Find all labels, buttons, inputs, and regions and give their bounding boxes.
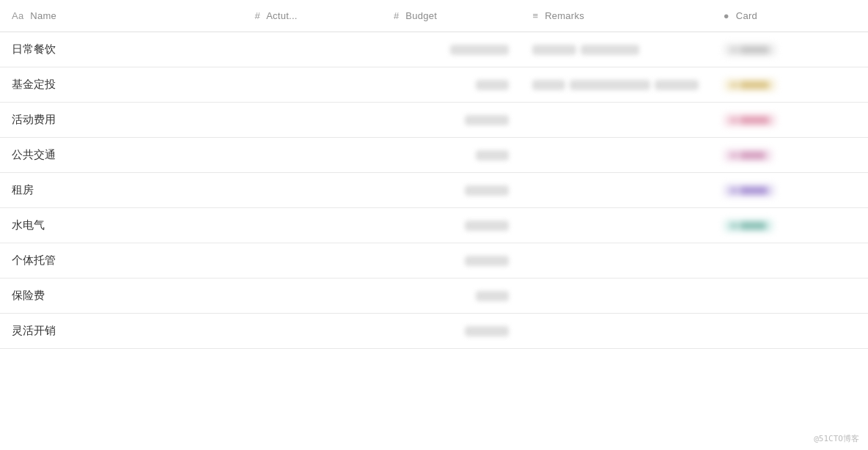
cell-actut <box>243 208 382 243</box>
cell-name: 灵活开销 <box>0 314 243 349</box>
cell-name: 个体托管 <box>0 243 243 279</box>
col-header-name[interactable]: Aa Name <box>0 0 243 32</box>
col-header-remarks[interactable]: ≡ Remarks <box>521 0 711 32</box>
cell-budget <box>382 138 521 173</box>
cell-card <box>712 279 868 314</box>
cell-card <box>712 67 868 103</box>
cell-remarks <box>521 103 711 138</box>
actut-icon: # <box>255 10 261 21</box>
cell-name: 保险费 <box>0 279 243 314</box>
cell-budget <box>382 32 521 67</box>
card-tag <box>724 219 773 232</box>
card-tag <box>724 43 776 56</box>
cell-actut <box>243 67 382 103</box>
card-dot <box>731 117 737 123</box>
cell-remarks <box>521 173 711 208</box>
card-dot <box>731 223 737 229</box>
cell-remarks <box>521 279 711 314</box>
cell-remarks <box>521 208 711 243</box>
cell-card <box>712 173 868 208</box>
cell-actut <box>243 243 382 279</box>
cell-budget <box>382 67 521 103</box>
card-label <box>740 152 765 159</box>
table-row[interactable]: 基金定投 <box>0 67 868 103</box>
table-row[interactable]: 活动费用 <box>0 103 868 138</box>
cell-card <box>712 243 868 279</box>
card-dot <box>731 82 737 88</box>
table-row[interactable]: 灵活开销 <box>0 314 868 349</box>
table-row[interactable]: 个体托管 <box>0 243 868 279</box>
cell-actut <box>243 32 382 67</box>
col-header-card[interactable]: ● Card <box>712 0 868 32</box>
cell-name: 活动费用 <box>0 103 243 138</box>
cell-remarks <box>521 32 711 67</box>
cell-budget <box>382 279 521 314</box>
card-tag <box>724 114 776 127</box>
main-table: Aa Name # Actut... # Budget ≡ Remarks ● <box>0 0 868 349</box>
cell-actut <box>243 103 382 138</box>
cell-card <box>712 32 868 67</box>
cell-budget <box>382 243 521 279</box>
cell-remarks <box>521 314 711 349</box>
table-row[interactable]: 水电气 <box>0 208 868 243</box>
card-label <box>740 222 766 229</box>
table-row[interactable]: 租房 <box>0 173 868 208</box>
card-tag <box>724 78 776 92</box>
cell-card <box>712 314 868 349</box>
cell-budget <box>382 173 521 208</box>
card-label <box>740 187 768 194</box>
card-tag <box>724 149 773 162</box>
cell-name: 公共交通 <box>0 138 243 173</box>
card-dot <box>731 188 737 193</box>
card-icon: ● <box>724 10 729 21</box>
table-header: Aa Name # Actut... # Budget ≡ Remarks ● <box>0 0 868 32</box>
cell-actut <box>243 173 382 208</box>
name-icon: Aa <box>12 10 23 21</box>
col-header-actut[interactable]: # Actut... <box>243 0 382 32</box>
table-row[interactable]: 公共交通 <box>0 138 868 173</box>
cell-name: 日常餐饮 <box>0 32 243 67</box>
budget-icon: # <box>394 10 400 21</box>
cell-card <box>712 138 868 173</box>
remarks-icon: ≡ <box>532 10 538 21</box>
cell-budget <box>382 314 521 349</box>
cell-card <box>712 103 868 138</box>
card-label <box>740 81 769 89</box>
cell-budget <box>382 103 521 138</box>
cell-remarks <box>521 138 711 173</box>
table-row[interactable]: 日常餐饮 <box>0 32 868 67</box>
cell-name: 水电气 <box>0 208 243 243</box>
cell-remarks <box>521 243 711 279</box>
cell-name: 租房 <box>0 173 243 208</box>
cell-budget <box>382 208 521 243</box>
cell-remarks <box>521 67 711 103</box>
cell-actut <box>243 279 382 314</box>
card-dot <box>731 47 737 53</box>
cell-card <box>712 208 868 243</box>
card-dot <box>731 152 737 158</box>
table-row[interactable]: 保险费 <box>0 279 868 314</box>
cell-actut <box>243 314 382 349</box>
card-tag <box>724 184 775 197</box>
watermark: @51CTO博客 <box>814 433 859 444</box>
card-label <box>740 46 769 54</box>
cell-actut <box>243 138 382 173</box>
card-label <box>740 117 769 124</box>
cell-name: 基金定投 <box>0 67 243 103</box>
col-header-budget[interactable]: # Budget <box>382 0 521 32</box>
